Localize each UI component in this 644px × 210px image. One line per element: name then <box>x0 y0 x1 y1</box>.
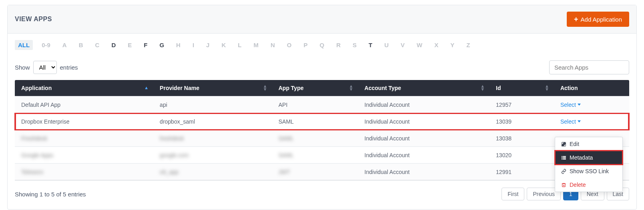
col-provider-name[interactable]: Provider Name▲▼ <box>153 80 272 96</box>
cell: Dropbox Enterprise <box>15 113 153 130</box>
alpha-filter-x[interactable]: X <box>431 40 441 50</box>
alpha-filter-m[interactable]: M <box>250 40 262 50</box>
alpha-filter-g[interactable]: G <box>156 40 167 50</box>
panel-body: ALL0-9ABCDEFGHIJKLMNOPQRSTUVWXYZ Show Al… <box>8 34 636 209</box>
page-title: VIEW APPS <box>15 16 52 23</box>
alpha-filter-0-9[interactable]: 0-9 <box>38 40 54 50</box>
chevron-down-icon <box>578 104 581 106</box>
cell: dropbox_saml <box>153 113 272 130</box>
alpha-filter-z[interactable]: Z <box>463 40 473 50</box>
svg-rect-4 <box>563 157 566 158</box>
cell: Freshdesk <box>15 130 153 147</box>
col-action[interactable]: Action <box>554 80 629 96</box>
add-application-label: Add Application <box>581 16 622 23</box>
cell: Default API App <box>15 96 153 113</box>
svg-rect-6 <box>563 158 566 159</box>
link-icon <box>561 168 566 174</box>
cell: Individual Account <box>358 96 490 113</box>
alpha-filter-s[interactable]: S <box>349 40 360 50</box>
select-action[interactable]: Select <box>560 118 581 125</box>
cell: Teleworx <box>15 164 153 180</box>
col-id[interactable]: Id▲▼ <box>490 80 554 96</box>
select-action[interactable]: Select <box>560 102 581 108</box>
dropdown-edit[interactable]: Edit <box>555 137 622 151</box>
cell: Individual Account <box>358 164 490 180</box>
cell: 13020 <box>490 147 554 164</box>
alpha-filter-w[interactable]: W <box>413 40 425 50</box>
cell: Google Apps <box>15 147 153 164</box>
svg-rect-5 <box>562 158 562 159</box>
chevron-down-icon <box>578 120 581 122</box>
dropdown-metadata[interactable]: Metadata <box>555 151 622 164</box>
alpha-filter-d[interactable]: D <box>108 40 119 50</box>
apps-table: Application▲Provider Name▲▼App Type▲▼Acc… <box>15 80 629 180</box>
alpha-filter-v[interactable]: V <box>397 40 408 50</box>
svg-rect-2 <box>563 156 566 157</box>
alpha-filter-e[interactable]: E <box>124 40 135 50</box>
trash-icon <box>561 182 566 188</box>
edit-icon <box>561 141 566 147</box>
alpha-filter-i[interactable]: I <box>189 40 197 50</box>
svg-rect-3 <box>562 157 562 158</box>
alpha-filter-r[interactable]: R <box>333 40 344 50</box>
alpha-filter-k[interactable]: K <box>218 40 229 50</box>
alpha-filter-p[interactable]: P <box>300 40 311 50</box>
table-header-row: Application▲Provider Name▲▼App Type▲▼Acc… <box>15 80 629 96</box>
sort-icon: ▲▼ <box>545 85 549 91</box>
alpha-filter-l[interactable]: L <box>235 40 245 50</box>
table-row: Dropbox Enterprisedropbox_samlSAMLIndivi… <box>15 113 629 130</box>
cell: 12957 <box>490 96 554 113</box>
dropdown-delete[interactable]: Delete <box>555 178 622 192</box>
col-app-type[interactable]: App Type▲▼ <box>272 80 358 96</box>
view-apps-panel: VIEW APPS + Add Application ALL0-9ABCDEF… <box>7 5 637 210</box>
alpha-filter-o[interactable]: O <box>284 40 295 50</box>
table-body: Default API AppapiAPIIndividual Account1… <box>15 96 629 180</box>
cell: ott_app <box>153 164 272 180</box>
cell-action: Select <box>554 96 629 113</box>
alpha-filter-j[interactable]: J <box>203 40 213 50</box>
cell: JWT <box>272 164 358 180</box>
cell: 13038 <box>490 130 554 147</box>
svg-rect-7 <box>562 184 565 187</box>
cell: api <box>153 96 272 113</box>
show-label-after: entries <box>60 64 78 71</box>
add-application-button[interactable]: + Add Application <box>567 12 629 27</box>
alpha-filter-a[interactable]: A <box>59 40 70 50</box>
table-footer: Showing 1 to 5 of 5 entries FirstPreviou… <box>15 180 629 200</box>
alpha-filter-b[interactable]: B <box>76 40 86 50</box>
cell: Individual Account <box>358 130 490 147</box>
show-entries: Show All entries <box>15 61 78 74</box>
cell: Individual Account <box>358 147 490 164</box>
alpha-filter-all[interactable]: ALL <box>15 40 33 50</box>
cell: API <box>272 96 358 113</box>
alpha-filter-c[interactable]: C <box>92 40 103 50</box>
table-row: Default API AppapiAPIIndividual Account1… <box>15 96 629 113</box>
entries-select[interactable]: All <box>33 61 57 74</box>
search-input[interactable] <box>549 60 629 74</box>
col-application[interactable]: Application▲ <box>15 80 153 96</box>
alpha-filter-t[interactable]: T <box>365 40 375 50</box>
alpha-filter-n[interactable]: N <box>267 40 278 50</box>
show-label-before: Show <box>15 64 30 71</box>
sort-icon: ▲ <box>144 86 148 90</box>
cell: SAML <box>272 130 358 147</box>
cell: 13039 <box>490 113 554 130</box>
alpha-filter-q[interactable]: Q <box>317 40 328 50</box>
col-account-type[interactable]: Account Type▲▼ <box>358 80 490 96</box>
cell: 12991 <box>490 164 554 180</box>
cell: Individual Account <box>358 113 490 130</box>
alpha-filter-f[interactable]: F <box>140 40 150 50</box>
table-controls: Show All entries <box>15 56 629 80</box>
cell: SAML <box>272 147 358 164</box>
action-dropdown: Edit Metadata Show SSO Link Delete <box>555 137 623 192</box>
plus-icon: + <box>574 16 578 23</box>
alpha-filter-u[interactable]: U <box>381 40 392 50</box>
page-first[interactable]: First <box>502 188 524 200</box>
sort-icon: ▲▼ <box>480 85 485 91</box>
svg-rect-1 <box>562 156 562 157</box>
table-row: Google Appsgoogle.comSAMLIndividual Acco… <box>15 147 629 164</box>
alpha-filter-y[interactable]: Y <box>447 40 457 50</box>
table-row: FreshdeskfreshdeskSAMLIndividual Account… <box>15 130 629 147</box>
alpha-filter-h[interactable]: H <box>173 40 184 50</box>
dropdown-show-sso-link[interactable]: Show SSO Link <box>555 164 622 178</box>
